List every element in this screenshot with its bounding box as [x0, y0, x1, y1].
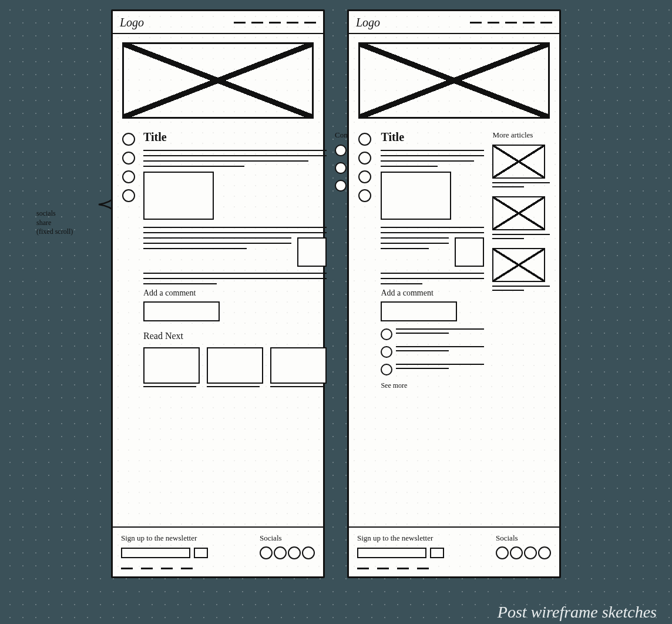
see-more-link[interactable]: See more: [381, 381, 484, 390]
text-line: [381, 237, 449, 239]
article-title-line: [492, 290, 524, 291]
inline-image-placeholder: [381, 172, 451, 220]
article-body: Title: [143, 130, 327, 387]
more-article-card[interactable]: [492, 248, 550, 291]
nav-item[interactable]: [234, 22, 246, 24]
footer-social-icon[interactable]: [496, 546, 509, 559]
social-share-icon[interactable]: [358, 170, 371, 183]
footer-links: [121, 568, 315, 569]
nav-item[interactable]: [540, 22, 552, 24]
newsletter-email-input[interactable]: [121, 548, 190, 558]
nav-item[interactable]: [269, 22, 281, 24]
social-share-icon[interactable]: [122, 170, 135, 183]
avatar-icon: [335, 145, 347, 156]
footer-social-icon[interactable]: [260, 546, 273, 559]
read-next-card[interactable]: [207, 347, 263, 387]
comment-item: [381, 346, 484, 358]
read-next-card[interactable]: [143, 347, 200, 387]
text-line: [143, 227, 327, 228]
footer-link[interactable]: [377, 568, 389, 569]
footer-social-icon[interactable]: [538, 546, 551, 559]
text-line: [143, 166, 244, 167]
add-comment-label: Add a comment: [143, 288, 327, 298]
read-next-thumb: [207, 347, 263, 384]
nav-item[interactable]: [488, 22, 499, 24]
social-share-icon[interactable]: [358, 189, 371, 202]
more-articles-heading: More articles: [492, 130, 550, 140]
logo[interactable]: Logo: [120, 16, 144, 29]
read-next-title-line: [143, 386, 196, 387]
add-comment-section: Add a comment: [143, 288, 327, 321]
text-line: [143, 160, 308, 162]
social-share-rail: [122, 130, 135, 387]
footer-link[interactable]: [121, 568, 133, 569]
text-line: [143, 278, 327, 279]
nav-item[interactable]: [287, 22, 298, 24]
logo[interactable]: Logo: [356, 16, 380, 29]
social-share-icon[interactable]: [358, 133, 371, 146]
read-next-section: Read Next: [143, 331, 327, 387]
newsletter-email-input[interactable]: [357, 548, 426, 558]
footer-link[interactable]: [141, 568, 153, 569]
comment-input[interactable]: [143, 301, 220, 321]
footer-social-icon[interactable]: [288, 546, 301, 559]
text-line: [143, 243, 291, 244]
footer-links: [357, 568, 551, 569]
nav-item[interactable]: [251, 22, 263, 24]
read-next-card[interactable]: [270, 347, 327, 387]
inline-image-placeholder: [143, 172, 214, 220]
footer-link[interactable]: [181, 568, 193, 569]
footer-social-icon[interactable]: [274, 546, 287, 559]
footer-socials-block: Socials: [260, 534, 315, 559]
nav-item[interactable]: [505, 22, 517, 24]
social-share-icon[interactable]: [122, 133, 135, 146]
text-line: [143, 155, 327, 156]
newsletter-label: Sign up to the newsletter: [357, 534, 444, 543]
text-line: [143, 283, 217, 284]
read-next-title-line: [270, 386, 323, 387]
footer-link[interactable]: [357, 568, 369, 569]
post-title: Title: [381, 130, 484, 144]
newsletter-label: Sign up to the newsletter: [121, 534, 208, 543]
text-line: [381, 166, 438, 167]
social-share-icon[interactable]: [122, 189, 135, 202]
footer-socials-label: Socials: [260, 534, 315, 543]
footer-link[interactable]: [417, 568, 429, 569]
newsletter-submit-button[interactable]: [430, 548, 444, 558]
read-next-heading: Read Next: [143, 331, 327, 341]
text-line: [381, 155, 484, 156]
social-share-icon[interactable]: [122, 152, 135, 165]
nav-item[interactable]: [304, 22, 316, 24]
footer-link[interactable]: [397, 568, 409, 569]
footer-social-icon[interactable]: [524, 546, 537, 559]
article-title-line: [492, 186, 524, 187]
avatar-icon: [381, 328, 392, 340]
social-share-icon[interactable]: [358, 152, 371, 165]
nav-item[interactable]: [523, 22, 535, 24]
read-next-title-line: [207, 386, 260, 387]
text-line: [381, 243, 449, 244]
read-next-thumb: [143, 347, 200, 384]
add-comment-label: Add a comment: [381, 288, 484, 298]
footer: Sign up to the newsletter Socials: [349, 526, 559, 576]
newsletter-submit-button[interactable]: [194, 548, 208, 558]
article-thumb: [492, 248, 545, 282]
text-line: [381, 248, 428, 249]
text-line: [381, 283, 422, 284]
article-thumb: [492, 145, 545, 179]
more-article-card[interactable]: [492, 145, 550, 187]
footer-social-icon[interactable]: [510, 546, 523, 559]
avatar-icon: [335, 180, 347, 192]
footer-link[interactable]: [161, 568, 173, 569]
nav-item[interactable]: [470, 22, 482, 24]
footer-socials-label: Socials: [496, 534, 551, 543]
more-article-card[interactable]: [492, 196, 550, 239]
footer: Sign up to the newsletter Socials: [113, 526, 323, 576]
footer-social-icon[interactable]: [302, 546, 315, 559]
newsletter-block: Sign up to the newsletter: [357, 534, 444, 558]
article-title-line: [492, 182, 550, 183]
newsletter-block: Sign up to the newsletter: [121, 534, 208, 558]
article-body: Title: [381, 130, 484, 390]
comment-input[interactable]: [381, 301, 457, 321]
article-title-line: [492, 238, 524, 239]
